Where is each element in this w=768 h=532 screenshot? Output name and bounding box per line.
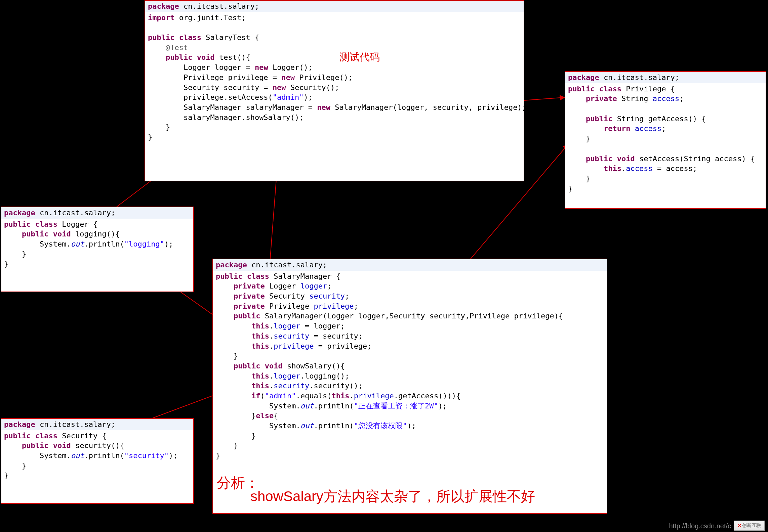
- footer-url: http://blog.csdn.net/c: [669, 522, 731, 530]
- panel-logger: package cn.itcast.salary; public class L…: [1, 207, 194, 292]
- panel-salary-test: package cn.itcast.salary; import org.jun…: [145, 0, 524, 181]
- panel-security: package cn.itcast.salary; public class S…: [1, 418, 194, 504]
- annotation-test-label: 测试代码: [339, 50, 380, 64]
- panel-salary-manager: package cn.itcast.salary; public class S…: [212, 259, 607, 514]
- panel-privilege: package cn.itcast.salary; public class P…: [565, 71, 766, 209]
- annotation-analysis-body: showSalary方法内容太杂了，所以扩展性不好: [250, 487, 535, 506]
- footer-logo: ✕创新互联: [734, 521, 765, 531]
